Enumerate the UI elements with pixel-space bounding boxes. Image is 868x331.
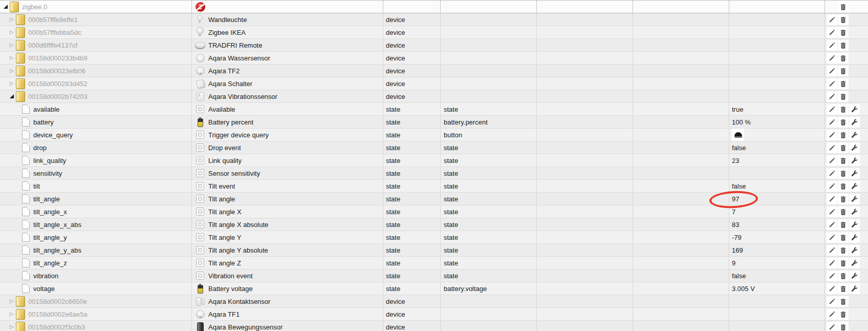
edit-pencil-button[interactable] bbox=[827, 219, 837, 230]
expand-arrow-icon[interactable]: ▷ bbox=[10, 68, 16, 73]
object-row-available[interactable]: availableAvailablestatestatetrue bbox=[0, 103, 868, 116]
edit-pencil-button[interactable] bbox=[827, 142, 837, 153]
config-wrench-button[interactable] bbox=[849, 130, 860, 140]
config-wrench-button[interactable] bbox=[849, 194, 860, 204]
delete-trash-button[interactable] bbox=[838, 245, 849, 256]
config-wrench-button[interactable] bbox=[849, 219, 860, 230]
delete-trash-button[interactable] bbox=[838, 206, 849, 217]
delete-trash-button[interactable] bbox=[838, 130, 849, 140]
collapse-arrow-icon[interactable] bbox=[10, 94, 16, 98]
object-row-tilt[interactable]: tiltTilt eventstatestatefalse bbox=[0, 180, 868, 193]
config-wrench-button[interactable] bbox=[849, 206, 860, 217]
object-row-tilt_angle_y_abs[interactable]: tilt_angle_y_absTilt angle Y absolutesta… bbox=[0, 244, 868, 257]
collapse-arrow-icon[interactable] bbox=[4, 5, 10, 9]
delete-trash-button[interactable] bbox=[838, 66, 849, 76]
delete-trash-button[interactable] bbox=[838, 232, 849, 243]
delete-trash-button[interactable] bbox=[838, 181, 849, 192]
delete-trash-button[interactable] bbox=[838, 322, 849, 331]
config-wrench-button[interactable] bbox=[849, 283, 860, 294]
delete-trash-button[interactable] bbox=[838, 155, 849, 166]
delete-trash-button[interactable] bbox=[838, 117, 849, 128]
edit-pencil-button[interactable] bbox=[827, 155, 837, 166]
delete-trash-button[interactable] bbox=[838, 14, 849, 25]
expand-arrow-icon[interactable]: ▷ bbox=[10, 17, 16, 22]
edit-pencil-button[interactable] bbox=[827, 309, 837, 320]
delete-trash-button[interactable] bbox=[838, 309, 849, 320]
edit-pencil-button[interactable] bbox=[827, 168, 837, 179]
edit-pencil-button[interactable] bbox=[827, 322, 837, 331]
config-wrench-button[interactable] bbox=[849, 258, 860, 268]
object-row-tilt_angle_z[interactable]: tilt_angle_zTilt angle Zstatestate9 bbox=[0, 257, 868, 270]
object-row-tilt_angle_y[interactable]: tilt_angle_yTilt angle Ystatestate-79 bbox=[0, 231, 868, 244]
edit-pencil-button[interactable] bbox=[827, 117, 837, 128]
edit-pencil-button[interactable] bbox=[827, 14, 837, 25]
delete-trash-button[interactable] bbox=[838, 258, 849, 268]
expand-arrow-icon[interactable]: ▷ bbox=[10, 312, 16, 317]
delete-trash-button[interactable] bbox=[838, 219, 849, 230]
edit-pencil-button[interactable] bbox=[827, 283, 837, 294]
expand-arrow-icon[interactable]: ▷ bbox=[10, 299, 16, 304]
expand-arrow-icon[interactable]: ▷ bbox=[10, 324, 16, 329]
edit-pencil-button[interactable] bbox=[827, 40, 837, 51]
config-wrench-button[interactable] bbox=[849, 117, 860, 128]
object-row-battery[interactable]: batteryBattery percentstatebattery.perce… bbox=[0, 116, 868, 129]
press-button-icon[interactable] bbox=[732, 129, 744, 141]
object-row-00158d000283d452[interactable]: ▷00158d000283d452Aqara Schalterdevice bbox=[0, 77, 868, 90]
object-row-00158d0002b74203[interactable]: 00158d0002b74203Aqara Vibrationssensorde… bbox=[0, 90, 868, 103]
delete-trash-button[interactable] bbox=[838, 271, 849, 281]
edit-pencil-button[interactable] bbox=[827, 232, 837, 243]
object-row-tilt_angle_x_abs[interactable]: tilt_angle_x_absTilt angle X absolutesta… bbox=[0, 218, 868, 231]
object-row-00158d0002c6650e[interactable]: ▷00158d0002c6650eAqara Kontaktsensordevi… bbox=[0, 295, 868, 308]
delete-trash-button[interactable] bbox=[838, 142, 849, 153]
delete-trash-button[interactable] bbox=[838, 27, 849, 38]
edit-pencil-button[interactable] bbox=[827, 27, 837, 38]
object-row-tilt_angle_x[interactable]: tilt_angle_xTilt angle Xstatestate7 bbox=[0, 205, 868, 218]
edit-pencil-button[interactable] bbox=[827, 296, 837, 307]
expand-arrow-icon[interactable]: ▷ bbox=[10, 81, 16, 86]
object-row-000b57fffebba5dc[interactable]: ▷000b57fffebba5dcZigbee IKEAdevice bbox=[0, 26, 868, 39]
config-wrench-button[interactable] bbox=[849, 104, 860, 115]
config-wrench-button[interactable] bbox=[849, 142, 860, 153]
delete-trash-button[interactable] bbox=[838, 283, 849, 294]
edit-pencil-button[interactable] bbox=[827, 181, 837, 192]
edit-pencil-button[interactable] bbox=[827, 130, 837, 140]
expand-arrow-icon[interactable]: ▷ bbox=[10, 30, 16, 35]
edit-pencil-button[interactable] bbox=[827, 258, 837, 268]
delete-trash-button[interactable] bbox=[838, 194, 849, 204]
object-row-00158d000233b4b9[interactable]: ▷00158d000233b4b9Aqara Wassersensordevic… bbox=[0, 52, 868, 65]
object-row-sensitivity[interactable]: sensitivitySensor sensitivitystatestate bbox=[0, 167, 868, 180]
config-wrench-button[interactable] bbox=[849, 155, 860, 166]
expand-arrow-icon[interactable]: ▷ bbox=[10, 55, 16, 60]
delete-trash-button[interactable] bbox=[838, 2, 849, 12]
edit-pencil-button[interactable] bbox=[827, 206, 837, 217]
delete-trash-button[interactable] bbox=[838, 53, 849, 64]
edit-pencil-button[interactable] bbox=[827, 194, 837, 204]
edit-pencil-button[interactable] bbox=[827, 245, 837, 256]
delete-trash-button[interactable] bbox=[838, 296, 849, 307]
object-row-00158d0002e6ae5a[interactable]: ▷00158d0002e6ae5aAqara TF1device bbox=[0, 308, 868, 321]
object-row-000b57fffe8effe1[interactable]: ▷000b57fffe8effe1Wandleuchtedevice bbox=[0, 13, 868, 26]
delete-trash-button[interactable] bbox=[838, 78, 849, 89]
delete-trash-button[interactable] bbox=[838, 40, 849, 51]
config-wrench-button[interactable] bbox=[849, 181, 860, 192]
object-row-device_query[interactable]: device_queryTrigger device querystatebut… bbox=[0, 129, 868, 141]
object-row-drop[interactable]: dropDrop eventstatestatefalse bbox=[0, 141, 868, 154]
object-row-000d6ffffe4137cf[interactable]: ▷000d6ffffe4137cfTRADFRI Remotedevice bbox=[0, 39, 868, 52]
edit-pencil-button[interactable] bbox=[827, 104, 837, 115]
config-wrench-button[interactable] bbox=[849, 245, 860, 256]
edit-pencil-button[interactable] bbox=[827, 78, 837, 89]
delete-trash-button[interactable] bbox=[838, 91, 849, 102]
config-wrench-button[interactable] bbox=[849, 271, 860, 281]
object-row-tilt_angle[interactable]: tilt_angleTilt anglestatestate97 bbox=[0, 193, 868, 205]
edit-pencil-button[interactable] bbox=[827, 53, 837, 64]
edit-pencil-button[interactable] bbox=[827, 91, 837, 102]
expand-arrow-icon[interactable]: ▷ bbox=[10, 43, 16, 48]
object-row-zigbee.0[interactable]: zigbee.0Z bbox=[0, 0, 868, 13]
object-row-voltage[interactable]: voltageBattery voltagestatebattery.volta… bbox=[0, 282, 868, 295]
object-row-link_quality[interactable]: link_qualityLink qualitystatestate23 bbox=[0, 154, 868, 167]
object-row-00158d0002f3c0b3[interactable]: ▷00158d0002f3c0b3Aqara Bewegungssensorde… bbox=[0, 321, 868, 331]
config-wrench-button[interactable] bbox=[849, 168, 860, 179]
config-wrench-button[interactable] bbox=[849, 232, 860, 243]
edit-pencil-button[interactable] bbox=[827, 66, 837, 76]
edit-pencil-button[interactable] bbox=[827, 271, 837, 281]
